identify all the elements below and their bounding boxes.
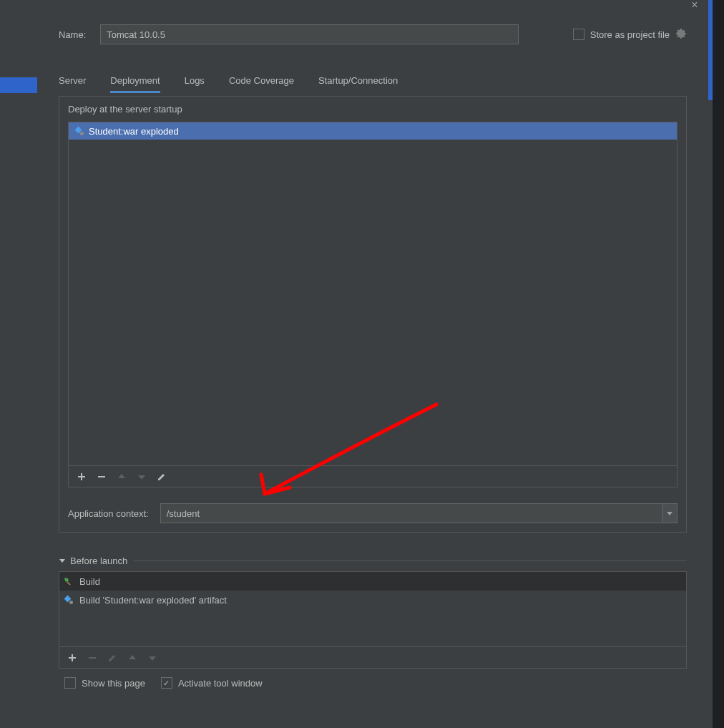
svg-point-1 xyxy=(80,132,84,135)
before-launch-collapse-icon[interactable] xyxy=(59,555,66,566)
move-down-icon[interactable] xyxy=(133,468,150,485)
artifact-list[interactable]: Student:war exploded xyxy=(68,122,677,466)
application-context-dropdown[interactable] xyxy=(662,503,677,523)
artifact-toolbar xyxy=(68,466,677,487)
move-up-icon[interactable] xyxy=(124,649,141,666)
move-down-icon[interactable] xyxy=(144,649,161,666)
before-launch-list[interactable]: Build Build 'Student:war exploded' artif… xyxy=(59,572,686,646)
edit-icon[interactable] xyxy=(153,468,170,485)
name-input[interactable] xyxy=(100,24,519,44)
hammer-icon xyxy=(64,576,74,586)
tab-logs[interactable]: Logs xyxy=(185,70,205,93)
move-up-icon[interactable] xyxy=(113,468,130,485)
tab-deployment[interactable]: Deployment xyxy=(110,70,160,93)
show-this-page-label: Show this page xyxy=(82,678,145,689)
store-as-project-file-checkbox[interactable] xyxy=(573,29,584,40)
close-icon[interactable]: × xyxy=(688,0,701,11)
tab-startup-connection[interactable]: Startup/Connection xyxy=(318,70,398,93)
name-label: Name: xyxy=(59,29,86,40)
artifact-item[interactable]: Student:war exploded xyxy=(69,122,677,140)
gear-icon[interactable] xyxy=(675,28,687,42)
before-launch-title: Before launch xyxy=(70,555,127,566)
activate-tool-window-label: Activate tool window xyxy=(178,678,263,689)
deploy-section-label: Deploy at the server startup xyxy=(68,104,677,115)
edit-icon[interactable] xyxy=(104,649,121,666)
before-launch-item-label: Build xyxy=(79,576,100,587)
application-context-input[interactable] xyxy=(160,503,662,523)
activate-tool-window-checkbox[interactable] xyxy=(161,677,172,689)
artifact-icon xyxy=(64,595,74,605)
svg-rect-2 xyxy=(67,581,71,586)
before-launch-item[interactable]: Build 'Student:war exploded' artifact xyxy=(59,591,686,609)
remove-icon[interactable] xyxy=(93,468,110,485)
artifact-item-label: Student:war exploded xyxy=(89,126,179,137)
store-as-project-file-label: Store as project file xyxy=(590,29,670,40)
tab-code-coverage[interactable]: Code Coverage xyxy=(229,70,294,93)
show-this-page-checkbox[interactable] xyxy=(64,677,76,689)
add-icon[interactable] xyxy=(64,649,81,666)
add-icon[interactable] xyxy=(73,468,90,485)
remove-icon[interactable] xyxy=(84,649,101,666)
before-launch-item-label: Build 'Student:war exploded' artifact xyxy=(79,595,227,606)
application-context-label: Application context: xyxy=(68,508,149,519)
artifact-icon xyxy=(74,126,84,136)
tab-server[interactable]: Server xyxy=(59,70,86,93)
before-launch-item[interactable]: Build xyxy=(59,572,686,591)
svg-point-4 xyxy=(69,601,73,604)
